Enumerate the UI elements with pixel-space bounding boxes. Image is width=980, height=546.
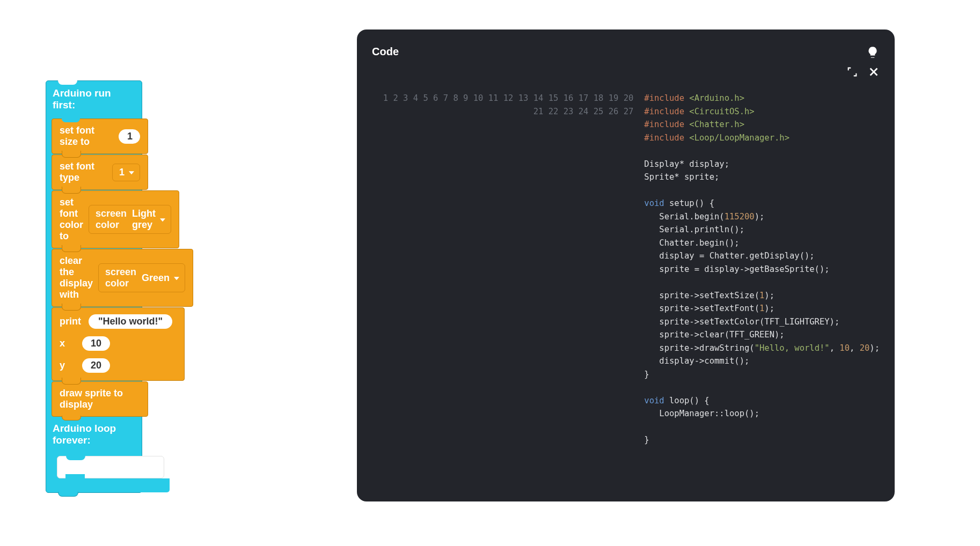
block-label: set font size to xyxy=(60,125,113,147)
code-editor[interactable]: 1 2 3 4 5 6 7 8 9 10 11 12 13 14 15 16 1… xyxy=(372,92,880,447)
dropdown-value: Light grey xyxy=(132,208,156,231)
code-actions xyxy=(846,46,880,78)
block-label: clear the display with xyxy=(60,255,93,300)
run-first-label: Arduino run first: xyxy=(52,84,136,119)
code-title: Code xyxy=(372,46,399,58)
block-label: draw sprite to display xyxy=(60,388,140,410)
print-text-input[interactable]: "Hello world!" xyxy=(89,314,172,329)
block-label: set font color to xyxy=(60,197,83,242)
y-label: y xyxy=(60,360,75,371)
blocks-canvas[interactable]: Arduino run first: set font size to 1 se… xyxy=(46,80,368,493)
expand-icon[interactable] xyxy=(846,66,858,78)
y-input[interactable]: 20 xyxy=(82,358,110,373)
code-header: Code xyxy=(372,46,880,78)
setup-stack: set font size to 1 set font type 1 set f… xyxy=(52,119,136,417)
dropdown-value: Green xyxy=(142,272,170,284)
code-panel: Code 1 2 3 4 5 6 7 8 9 10 11 12 13 14 15… xyxy=(357,29,895,501)
print-block[interactable]: print "Hello world!" x 10 y 20 xyxy=(52,307,185,381)
lightbulb-icon[interactable] xyxy=(866,46,880,60)
close-icon[interactable] xyxy=(868,66,880,78)
font-type-dropdown[interactable]: 1 xyxy=(112,164,140,181)
screen-color-keyword: screen color xyxy=(96,208,127,231)
block-tail xyxy=(52,478,170,492)
clear-color-dropdown[interactable]: screen color Green xyxy=(98,263,185,292)
screen-color-keyword: screen color xyxy=(105,267,136,289)
arduino-main-block[interactable]: Arduino run first: set font size to 1 se… xyxy=(46,80,142,493)
x-input[interactable]: 10 xyxy=(82,336,110,351)
font-color-dropdown[interactable]: screen color Light grey xyxy=(89,205,171,234)
draw-sprite-block[interactable]: draw sprite to display xyxy=(52,381,148,417)
set-font-type-block[interactable]: set font type 1 xyxy=(52,154,148,190)
set-font-color-block[interactable]: set font color to screen color Light gre… xyxy=(52,190,179,248)
x-label: x xyxy=(60,338,75,349)
line-gutter: 1 2 3 4 5 6 7 8 9 10 11 12 13 14 15 16 1… xyxy=(372,92,644,447)
dropdown-value: 1 xyxy=(119,167,125,178)
clear-display-block[interactable]: clear the display with screen color Gree… xyxy=(52,249,193,307)
set-font-size-block[interactable]: set font size to 1 xyxy=(52,119,148,154)
font-size-input[interactable]: 1 xyxy=(119,129,140,144)
block-label: set font type xyxy=(60,161,107,183)
print-label: print xyxy=(60,316,81,327)
code-content[interactable]: #include <Arduino.h> #include <CircuitOS… xyxy=(644,92,880,447)
loop-forever-label: Arduino loop forever: xyxy=(52,417,136,456)
